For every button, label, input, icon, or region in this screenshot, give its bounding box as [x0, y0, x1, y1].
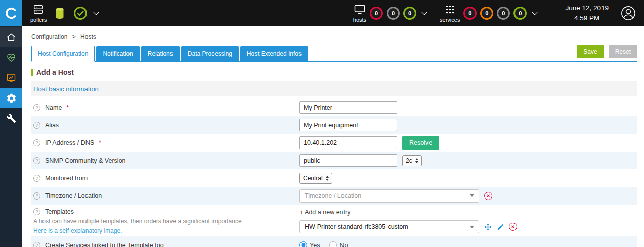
services-critical-badge[interactable]: 0 [463, 7, 477, 20]
title-accent-bar [31, 69, 33, 76]
form-actions: Save Reset [577, 45, 637, 61]
form-row-create-services: ? Create Services linked to the Template… [31, 236, 637, 247]
hosts-icon [354, 4, 366, 16]
snmp-community-input[interactable] [299, 154, 397, 167]
resolve-button[interactable]: Resolve [402, 136, 439, 150]
radio-no-label: No [339, 242, 348, 247]
wrench-icon [7, 114, 16, 123]
snmp-version-select[interactable]: 2c [402, 155, 422, 166]
radio-yes[interactable]: Yes [299, 241, 320, 247]
monitored-from-value: Central [303, 175, 323, 182]
page-title: Add a Host [31, 68, 637, 76]
ip-label: IP Address / DNS [45, 139, 94, 146]
breadcrumb-separator: > [72, 33, 76, 40]
tab-relations[interactable]: Relations [141, 46, 180, 61]
sidebar-item-administration[interactable] [0, 108, 22, 128]
breadcrumb-configuration[interactable]: Configuration [31, 33, 67, 40]
template-selected-value: HW-Printer-standard-rfc3805-custom [305, 223, 408, 230]
sidebar-item-configuration[interactable] [0, 88, 22, 108]
database-status-icon[interactable] [54, 7, 66, 20]
timezone-select[interactable]: Timezone / Location [299, 189, 479, 203]
help-icon[interactable]: ? [33, 175, 40, 182]
poller-status-ok-icon[interactable] [73, 6, 88, 21]
clear-timezone-icon[interactable]: ✕ [484, 192, 492, 200]
hosts-up-badge[interactable]: 0 [403, 7, 416, 20]
help-icon[interactable]: ? [33, 122, 40, 129]
required-marker: * [66, 104, 69, 111]
templates-label: Templates [45, 208, 74, 215]
form-row-ip: ? IP Address / DNS * Resolve [31, 134, 637, 152]
tab-data-processing[interactable]: Data Processing [181, 46, 239, 61]
sidebar-item-monitoring[interactable] [0, 47, 22, 68]
select-arrows-icon [326, 176, 329, 181]
help-icon[interactable]: ? [33, 157, 40, 164]
radio-no[interactable]: No [329, 241, 348, 247]
hosts-menu[interactable]: hosts [353, 4, 366, 23]
form-row-alias: ? Alias [31, 116, 637, 134]
help-icon[interactable]: ? [33, 242, 40, 247]
services-label: services [440, 17, 460, 23]
form-row-monitored-from: ? Monitored from Central [31, 169, 637, 187]
help-icon[interactable]: ? [33, 139, 40, 146]
radio-unselected-icon [329, 241, 337, 247]
required-marker: * [99, 139, 101, 146]
chevron-down-icon [470, 226, 474, 228]
hosts-unreachable-badge[interactable]: 0 [387, 7, 400, 20]
template-select[interactable]: HW-Printer-standard-rfc3805-custom [299, 220, 479, 233]
reset-button[interactable]: Reset [609, 45, 637, 58]
pollers-label: pollers [30, 17, 47, 23]
user-menu-button[interactable] [621, 6, 636, 21]
help-icon[interactable]: ? [33, 104, 40, 111]
tab-host-configuration[interactable]: Host Configuration [31, 46, 95, 62]
services-warning-badge[interactable]: 0 [480, 7, 493, 20]
chevron-down-icon[interactable] [94, 9, 99, 15]
timezone-label: Timezone / Location [45, 192, 102, 200]
main-content: Configuration > Hosts Host Configuration… [22, 26, 644, 247]
move-icon[interactable] [484, 223, 492, 231]
select-arrows-icon [415, 158, 418, 163]
alias-input[interactable] [299, 119, 397, 131]
sidebar-item-reporting[interactable] [0, 68, 22, 88]
centreon-c-icon [4, 6, 18, 20]
breadcrumb-hosts[interactable]: Hosts [80, 33, 96, 40]
self-explanatory-image-link[interactable]: Here is a self-explanatory image. [33, 227, 122, 234]
tab-host-extended-infos[interactable]: Host Extended Infos [240, 46, 308, 61]
pollers-menu[interactable]: pollers [30, 4, 47, 23]
pollers-icon [33, 4, 44, 16]
chevron-down-icon[interactable] [532, 9, 538, 15]
host-form: ? Name * ? Alias ? IP Address / DNS * [31, 98, 637, 247]
centreon-logo[interactable] [0, 0, 22, 26]
help-icon[interactable]: ? [33, 192, 40, 200]
time-text: 4:59 PM [565, 13, 609, 23]
form-row-name: ? Name * [31, 98, 637, 116]
ip-input[interactable] [299, 136, 397, 149]
name-input[interactable] [299, 101, 397, 114]
heartbeat-icon [6, 53, 16, 63]
radio-yes-label: Yes [310, 242, 320, 247]
datetime: June 12, 2019 4:59 PM [565, 3, 609, 23]
sidebar-item-home[interactable] [0, 27, 22, 47]
tab-notification[interactable]: Notification [96, 46, 139, 61]
add-template-entry-link[interactable]: + Add a new entry [299, 209, 350, 216]
chevron-down-icon [470, 194, 474, 197]
page-title-text: Add a Host [36, 68, 74, 76]
monitored-from-label: Monitored from [45, 175, 88, 182]
delete-template-icon[interactable]: ✕ [509, 223, 517, 231]
services-unknown-badge[interactable]: 0 [497, 7, 510, 20]
user-icon [621, 6, 636, 21]
services-ok-badge[interactable]: 0 [513, 7, 527, 20]
edit-icon[interactable] [497, 223, 504, 231]
hosts-down-badge[interactable]: 0 [370, 7, 383, 20]
templates-help-text: A host can have multiple templates, thei… [33, 218, 242, 225]
name-label: Name [45, 104, 62, 111]
monitored-from-select[interactable]: Central [299, 173, 332, 184]
help-icon[interactable]: ? [33, 208, 40, 215]
save-button[interactable]: Save [577, 45, 604, 58]
alias-label: Alias [45, 122, 59, 129]
chevron-down-icon[interactable] [421, 9, 427, 15]
services-menu[interactable]: services [440, 4, 460, 23]
top-header: pollers hosts 0 0 0 services 0 0 0 0 J [0, 0, 644, 26]
radio-selected-icon [299, 241, 307, 247]
tab-bar: Host Configuration Notification Relation… [31, 45, 637, 62]
breadcrumb: Configuration > Hosts [31, 33, 637, 40]
